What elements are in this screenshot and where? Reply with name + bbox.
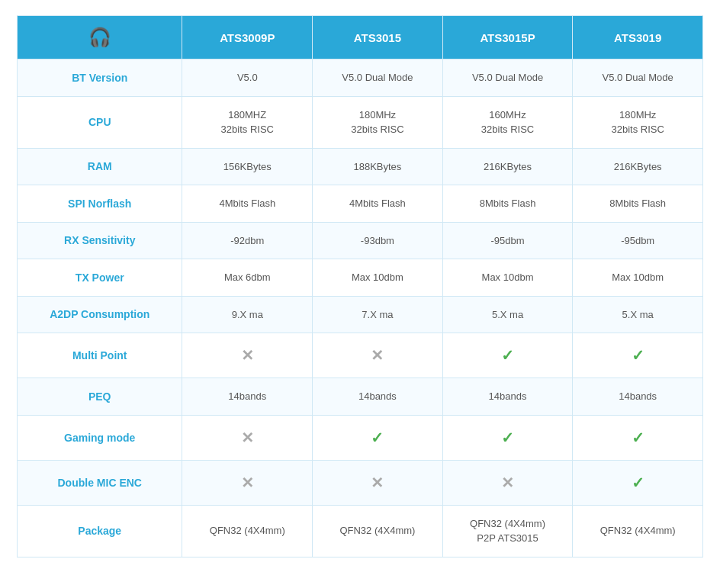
- feature-label-cell: RAM: [18, 148, 182, 185]
- feature-value-cell: V5.0 Dual Mode: [573, 59, 703, 97]
- feature-value-cell: 7.X ma: [313, 296, 443, 333]
- feature-label-cell: Double MIC ENC: [18, 460, 182, 505]
- cross-icon: ✕: [241, 347, 254, 364]
- cross-icon: ✕: [241, 474, 254, 491]
- feature-label-cell: RX Sensitivity: [18, 222, 182, 259]
- table-body: BT VersionV5.0V5.0 Dual ModeV5.0 Dual Mo…: [18, 59, 703, 557]
- cross-icon: ✕: [241, 429, 254, 446]
- feature-value-cell: ✕: [182, 460, 313, 505]
- feature-label-cell: SPI Norflash: [18, 185, 182, 223]
- comparison-table: 🎧 ATS3009P ATS3015 ATS3015P ATS3019 BT V…: [17, 15, 703, 557]
- feature-value-cell: -92dbm: [182, 222, 313, 259]
- header-label-4: ATS3019: [614, 31, 661, 44]
- feature-value-cell: 188KBytes: [313, 148, 443, 185]
- feature-value-cell: ✓: [573, 415, 703, 460]
- feature-label-cell: BT Version: [18, 59, 182, 97]
- check-icon: ✓: [632, 474, 644, 491]
- feature-value-cell: 180MHz32bits RISC: [313, 96, 443, 148]
- check-icon: ✓: [632, 347, 644, 364]
- table-row: Double MIC ENC✕✕✕✓: [18, 460, 703, 505]
- table-row: CPU180MHZ32bits RISC180MHz32bits RISC160…: [18, 96, 703, 148]
- feature-value-cell: 180MHZ32bits RISC: [182, 96, 313, 148]
- header-col-3: ATS3015P: [442, 16, 573, 59]
- header-col-1: ATS3009P: [182, 16, 313, 59]
- feature-value-cell: ✓: [573, 333, 703, 378]
- feature-value-cell: -93dbm: [313, 222, 443, 259]
- table-row: RX Sensitivity-92dbm-93dbm-95dbm-95dbm: [18, 222, 703, 259]
- feature-value-cell: 8Mbits Flash: [573, 185, 703, 223]
- feature-value-cell: 14bands: [573, 378, 703, 416]
- cross-icon: ✕: [371, 347, 384, 364]
- table-row: PEQ14bands14bands14bands14bands: [18, 378, 703, 416]
- feature-value-cell: 216KBytes: [573, 148, 703, 185]
- feature-value-cell: 14bands: [313, 378, 443, 416]
- feature-value-cell: 5.X ma: [573, 296, 703, 333]
- feature-value-cell: ✓: [313, 415, 443, 460]
- table-row: PackageQFN32 (4X4mm)QFN32 (4X4mm)QFN32 (…: [18, 505, 703, 557]
- feature-label-cell: CPU: [18, 96, 182, 148]
- check-icon: ✓: [501, 429, 514, 446]
- table-row: Multi Point✕✕✓✓: [18, 333, 703, 378]
- header-label-3: ATS3015P: [480, 31, 535, 44]
- check-icon: ✓: [632, 429, 644, 446]
- header-col-4: ATS3019: [573, 16, 703, 59]
- feature-value-cell: ✕: [313, 333, 443, 378]
- feature-value-cell: ✕: [442, 460, 573, 505]
- feature-value-cell: 9.X ma: [182, 296, 313, 333]
- feature-value-cell: 14bands: [442, 378, 573, 416]
- header-label-1: ATS3009P: [220, 31, 275, 44]
- feature-value-cell: ✓: [573, 460, 703, 505]
- feature-label-cell: Gaming mode: [18, 415, 182, 460]
- feature-value-cell: V5.0: [182, 59, 313, 97]
- header-label-2: ATS3015: [354, 31, 401, 44]
- feature-value-cell: 14bands: [182, 378, 313, 416]
- check-icon: ✓: [501, 347, 514, 364]
- feature-value-cell: QFN32 (4X4mm): [573, 505, 703, 557]
- table-row: SPI Norflash4Mbits Flash4Mbits Flash8Mbi…: [18, 185, 703, 223]
- feature-value-cell: -95dbm: [573, 222, 703, 259]
- feature-value-cell: ✕: [182, 333, 313, 378]
- feature-value-cell: 180MHz32bits RISC: [573, 96, 703, 148]
- feature-value-cell: 216KBytes: [442, 148, 573, 185]
- feature-value-cell: QFN32 (4X4mm)P2P ATS3015: [442, 505, 573, 557]
- cross-icon: ✕: [501, 474, 514, 491]
- table-row: RAM156KBytes188KBytes216KBytes216KBytes: [18, 148, 703, 185]
- feature-value-cell: 5.X ma: [442, 296, 573, 333]
- header-icon-cell: 🎧: [18, 16, 182, 59]
- feature-value-cell: 4Mbits Flash: [182, 185, 313, 223]
- table-row: TX PowerMax 6dbmMax 10dbmMax 10dbmMax 10…: [18, 259, 703, 297]
- feature-label-cell: Package: [18, 505, 182, 557]
- feature-value-cell: ✓: [442, 415, 573, 460]
- check-icon: ✓: [371, 429, 384, 446]
- feature-value-cell: 156KBytes: [182, 148, 313, 185]
- feature-label-cell: A2DP Consumption: [18, 296, 182, 333]
- headphone-icon: 🎧: [88, 27, 111, 47]
- feature-value-cell: 4Mbits Flash: [313, 185, 443, 223]
- feature-value-cell: Max 6dbm: [182, 259, 313, 297]
- table-row: BT VersionV5.0V5.0 Dual ModeV5.0 Dual Mo…: [18, 59, 703, 97]
- feature-value-cell: 8Mbits Flash: [442, 185, 573, 223]
- feature-value-cell: 160MHz32bits RISC: [442, 96, 573, 148]
- feature-value-cell: Max 10dbm: [313, 259, 443, 297]
- feature-value-cell: ✓: [442, 333, 573, 378]
- feature-value-cell: Max 10dbm: [573, 259, 703, 297]
- feature-value-cell: ✕: [182, 415, 313, 460]
- feature-value-cell: V5.0 Dual Mode: [313, 59, 443, 97]
- feature-value-cell: Max 10dbm: [442, 259, 573, 297]
- cross-icon: ✕: [371, 474, 384, 491]
- header-col-2: ATS3015: [313, 16, 443, 59]
- feature-value-cell: -95dbm: [442, 222, 573, 259]
- feature-label-cell: TX Power: [18, 259, 182, 297]
- table-row: A2DP Consumption9.X ma7.X ma5.X ma5.X ma: [18, 296, 703, 333]
- feature-label-cell: PEQ: [18, 378, 182, 416]
- feature-label-cell: Multi Point: [18, 333, 182, 378]
- feature-value-cell: QFN32 (4X4mm): [182, 505, 313, 557]
- table-row: Gaming mode✕✓✓✓: [18, 415, 703, 460]
- table-header-row: 🎧 ATS3009P ATS3015 ATS3015P ATS3019: [18, 16, 703, 59]
- feature-value-cell: V5.0 Dual Mode: [442, 59, 573, 97]
- feature-value-cell: QFN32 (4X4mm): [313, 505, 443, 557]
- feature-value-cell: ✕: [313, 460, 443, 505]
